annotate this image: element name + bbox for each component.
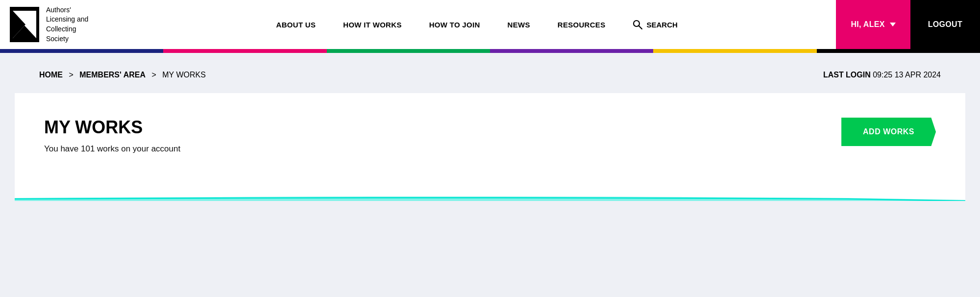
my-works-header: MY WORKS You have 101 works on your acco… xyxy=(44,118,936,154)
search-icon xyxy=(633,20,642,29)
color-bar-black xyxy=(817,49,980,53)
last-login-info: LAST LOGIN 09:25 13 APR 2024 xyxy=(823,71,941,79)
search-label: SEARCH xyxy=(646,21,677,29)
nav-item-news[interactable]: NEWS xyxy=(494,21,544,29)
color-bar-yellow xyxy=(653,49,816,53)
svg-line-5 xyxy=(639,26,642,29)
chevron-down-icon xyxy=(890,23,896,26)
logo-icon xyxy=(10,7,39,42)
breadcrumb-current: MY WORKS xyxy=(162,71,206,79)
nav-item-resources[interactable]: RESOURCES xyxy=(544,21,619,29)
logo-area: Authors' Licensing and Collecting Societ… xyxy=(10,5,118,44)
main-nav: ABOUT US HOW IT WORKS HOW TO JOIN NEWS R… xyxy=(118,20,836,29)
color-bar-navy xyxy=(0,49,163,53)
search-button[interactable]: SEARCH xyxy=(619,20,691,29)
color-bar-green xyxy=(327,49,490,53)
main-content-panel: MY WORKS You have 101 works on your acco… xyxy=(15,93,965,201)
nav-item-how-it-works[interactable]: HOW IT WORKS xyxy=(329,21,415,29)
logo-text: Authors' Licensing and Collecting Societ… xyxy=(46,5,88,44)
breadcrumb-separator-2: > xyxy=(151,71,156,79)
cyan-divider-line xyxy=(15,195,965,201)
breadcrumb-separator-1: > xyxy=(69,71,73,79)
add-works-button[interactable]: ADD WORKS xyxy=(841,118,936,146)
user-menu-button[interactable]: HI, ALEX xyxy=(836,0,910,49)
page-title: MY WORKS xyxy=(44,118,180,137)
nav-item-about-us[interactable]: ABOUT US xyxy=(263,21,330,29)
logout-label: LOGOUT xyxy=(928,20,962,29)
breadcrumb-home[interactable]: HOME xyxy=(39,71,63,79)
color-bar-purple xyxy=(490,49,653,53)
color-bar xyxy=(0,49,980,53)
header-right: HI, ALEX LOGOUT xyxy=(836,0,980,49)
site-header: Authors' Licensing and Collecting Societ… xyxy=(0,0,980,49)
breadcrumb-members-area[interactable]: MEMBERS' AREA xyxy=(79,71,146,79)
svg-point-4 xyxy=(634,21,639,26)
last-login-time: 09:25 13 APR 2024 xyxy=(873,71,941,79)
logout-button[interactable]: LOGOUT xyxy=(910,0,980,49)
user-greeting: HI, ALEX xyxy=(851,20,884,29)
breadcrumb-area: HOME > MEMBERS' AREA > MY WORKS LAST LOG… xyxy=(0,53,980,93)
color-bar-pink xyxy=(163,49,326,53)
breadcrumb: HOME > MEMBERS' AREA > MY WORKS xyxy=(39,71,206,79)
my-works-text-area: MY WORKS You have 101 works on your acco… xyxy=(44,118,180,154)
my-works-subtitle: You have 101 works on your account xyxy=(44,144,180,154)
nav-item-how-to-join[interactable]: HOW TO JOIN xyxy=(416,21,494,29)
last-login-label: LAST LOGIN xyxy=(823,71,871,79)
